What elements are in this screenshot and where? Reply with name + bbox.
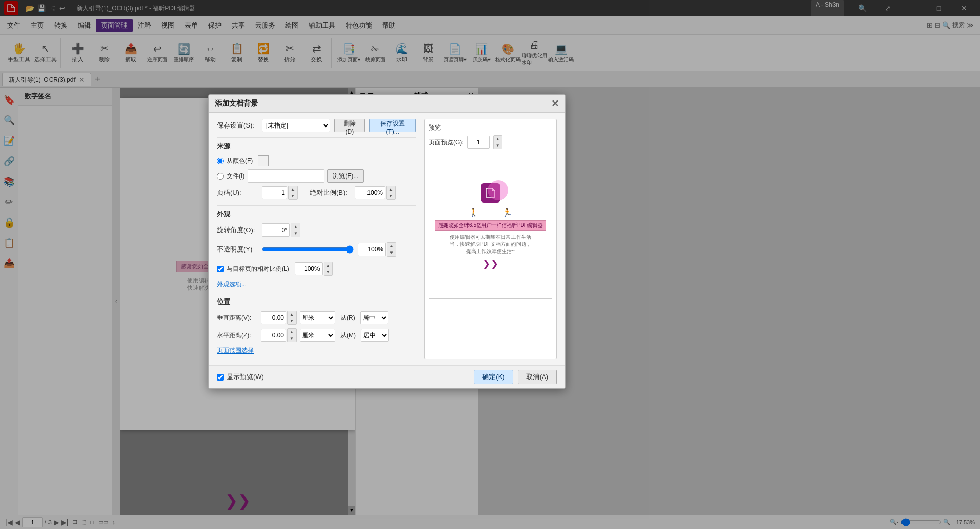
rotation-up[interactable]: ▲	[291, 223, 300, 230]
preview-desc: 使用编辑器可以期望在日常工作生活当，快速解决PDF文档方面的问题，提高工作效率使…	[450, 234, 531, 255]
preview-page-input[interactable]	[467, 136, 490, 149]
vertical-input[interactable]	[261, 311, 286, 324]
preview-figure-right: 🏃	[502, 208, 512, 217]
show-preview-label: 显示预览(W)	[227, 372, 264, 382]
abs-scale-input[interactable]	[355, 186, 385, 199]
vertical-unit-select[interactable]: 厘米	[300, 311, 335, 324]
abs-scale-spinner: ▲ ▼	[386, 186, 396, 200]
relative-size-spinner: ▲ ▼	[324, 262, 333, 276]
preview-page-row: 页面预览(G): ▲ ▼	[429, 135, 552, 149]
preview-page-label: 页面预览(G):	[429, 138, 464, 147]
page-num-label: 页码(U):	[217, 188, 258, 197]
horizontal-from-label: 从(M)	[340, 331, 356, 340]
outer-section-title: 外观	[217, 210, 416, 219]
preview-section: 预览 页面预览(G): ▲ ▼	[429, 123, 552, 299]
opacity-spinner: ▲ ▼	[387, 242, 396, 257]
horizontal-label: 水平距离(Z):	[217, 331, 258, 340]
opacity-row: 不透明度(Y) ▲ ▼	[217, 242, 416, 257]
opacity-label: 不透明度(Y)	[217, 245, 258, 254]
abs-scale-down[interactable]: ▼	[387, 193, 395, 199]
from-color-label: 从颜色(F)	[227, 157, 253, 165]
opacity-input[interactable]	[358, 243, 386, 256]
vertical-down[interactable]: ▼	[288, 318, 296, 324]
preview-banner: 感谢您如全球6.5亿用户一样信福昕PDF编辑器	[435, 220, 546, 231]
position-section-title: 位置	[217, 297, 416, 307]
page-num-spinner: ▲ ▼	[288, 186, 298, 200]
from-file-row: 文件(I) 浏览(E)...	[217, 169, 416, 183]
abs-scale-up[interactable]: ▲	[387, 186, 395, 193]
show-preview-checkbox[interactable]	[217, 374, 224, 381]
rotation-label: 旋转角度(O):	[217, 225, 258, 235]
dialog-title-bar: 添加文档背景 ✕	[209, 95, 565, 113]
from-file-radio[interactable]	[217, 173, 224, 180]
save-settings-btn[interactable]: 保存设置(T)...	[369, 119, 416, 132]
preview-pdf-icon	[481, 183, 500, 203]
cancel-btn[interactable]: 取消(A)	[518, 370, 557, 384]
abs-scale-label: 绝对比例(B):	[310, 188, 351, 197]
from-file-label: 文件(I)	[227, 172, 244, 181]
browse-btn[interactable]: 浏览(E)...	[327, 169, 364, 183]
save-settings-row: 保存设置(S): [未指定] 删除(D) 保存设置(T)...	[217, 119, 416, 132]
opacity-slider[interactable]	[262, 245, 354, 254]
rotation-row: 旋转角度(O): ▲ ▼	[217, 223, 416, 237]
relative-size-up[interactable]: ▲	[324, 262, 332, 269]
relative-size-down[interactable]: ▼	[324, 269, 332, 275]
dialog-close-btn[interactable]: ✕	[551, 99, 559, 108]
page-num-up[interactable]: ▲	[289, 186, 297, 193]
preview-image: 🚶 欢迎来到福昕 🏃 感谢您如全球6.5亿用户一样信福昕PDF编辑器 使用编辑器…	[429, 154, 552, 299]
advanced-link[interactable]: 外观选项...	[217, 281, 247, 288]
delete-settings-btn[interactable]: 删除(D)	[334, 119, 365, 132]
dialog-title-text: 添加文档背景	[215, 99, 258, 108]
page-range-link[interactable]: 页面范围选择	[217, 347, 254, 354]
page-num-input[interactable]	[262, 186, 287, 199]
page-num-row: 页码(U): ▲ ▼ 绝对比例(B): ▲ ▼	[217, 186, 416, 200]
dialog-right-panel: 预览 页面预览(G): ▲ ▼	[424, 119, 557, 359]
footer-left: 显示预览(W)	[217, 372, 264, 382]
vertical-up[interactable]: ▲	[288, 311, 296, 318]
confirm-btn[interactable]: 确定(K)	[474, 370, 513, 384]
horizontal-down[interactable]: ▼	[288, 335, 296, 342]
vertical-from-label: 从(R)	[340, 314, 355, 322]
dialog-footer: 显示预览(W) 确定(K) 取消(A)	[209, 365, 565, 388]
vertical-from-select[interactable]: 居中 顶部 底部	[360, 311, 388, 324]
preview-page-up[interactable]: ▲	[494, 136, 502, 142]
relative-size-checkbox[interactable]	[217, 266, 224, 272]
save-settings-label: 保存设置(S):	[217, 121, 258, 130]
dialog-body: 保存设置(S): [未指定] 删除(D) 保存设置(T)... 来源 从颜色(F…	[209, 113, 565, 365]
horizontal-input[interactable]	[261, 329, 286, 342]
relative-size-label: 与目标页的相对比例(L)	[227, 265, 289, 273]
footer-right: 确定(K) 取消(A)	[474, 370, 557, 384]
preview-page-down[interactable]: ▼	[494, 142, 502, 149]
preview-pdf-content: 🚶 欢迎来到福昕 🏃 感谢您如全球6.5亿用户一样信福昕PDF编辑器 使用编辑器…	[429, 154, 552, 298]
relative-size-input[interactable]	[295, 262, 323, 275]
rotation-input[interactable]	[262, 223, 290, 237]
color-preview-box[interactable]	[258, 155, 269, 166]
page-num-down[interactable]: ▼	[289, 193, 297, 199]
dialog-left-panel: 保存设置(S): [未指定] 删除(D) 保存设置(T)... 来源 从颜色(F…	[217, 119, 416, 359]
horizontal-row: 水平距离(Z): ▲ ▼ 厘米 从(M) 居中 左侧	[217, 328, 416, 342]
horizontal-up[interactable]: ▲	[288, 329, 296, 335]
vertical-spinner: ▲ ▼	[287, 311, 297, 325]
dialog-overlay: 添加文档背景 ✕ 保存设置(S): [未指定] 删除(D) 保存设置(T)...…	[0, 0, 980, 529]
save-settings-select[interactable]: [未指定]	[262, 119, 330, 132]
add-background-dialog: 添加文档背景 ✕ 保存设置(S): [未指定] 删除(D) 保存设置(T)...…	[208, 94, 566, 389]
horizontal-unit-select[interactable]: 厘米	[300, 329, 335, 342]
horizontal-from-select[interactable]: 居中 左侧 右侧	[361, 329, 389, 342]
vertical-row: 垂直距离(V): ▲ ▼ 厘米 从(R) 居中 顶部	[217, 311, 416, 325]
vertical-label: 垂直距离(V):	[217, 314, 258, 322]
opacity-down[interactable]: ▼	[387, 249, 396, 256]
rotation-spinner: ▲ ▼	[291, 223, 300, 237]
preview-figure-left: 🚶	[469, 208, 479, 217]
horizontal-spinner: ▲ ▼	[287, 328, 297, 342]
file-path-input[interactable]	[248, 169, 324, 183]
preview-section-title: 预览	[429, 123, 552, 132]
opacity-up[interactable]: ▲	[387, 243, 396, 249]
source-section-title: 来源	[217, 142, 416, 151]
relative-size-row: 与目标页的相对比例(L) ▲ ▼	[217, 262, 416, 276]
rotation-down[interactable]: ▼	[291, 230, 300, 237]
from-color-row: 从颜色(F)	[217, 155, 416, 166]
preview-page-spinner: ▲ ▼	[493, 135, 502, 149]
preview-chevron: ❯❯	[483, 258, 498, 269]
from-color-radio[interactable]	[217, 158, 224, 164]
